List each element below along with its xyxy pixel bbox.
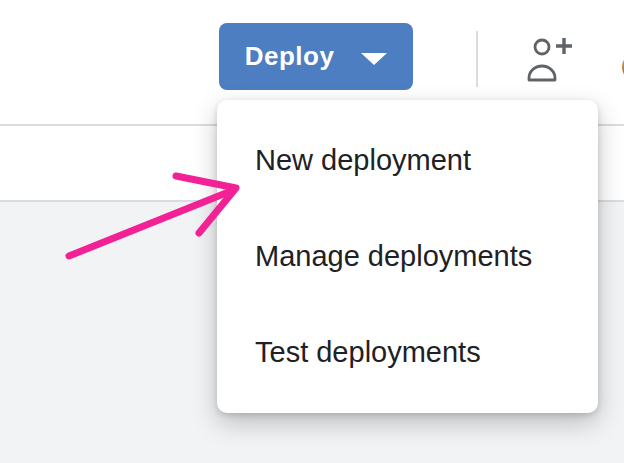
add-user-button[interactable]	[524, 33, 576, 85]
person-add-icon	[527, 36, 573, 82]
menu-item-test-deployments[interactable]: Test deployments	[217, 304, 598, 400]
app-window: Deploy New deployment Manage deployments…	[0, 0, 624, 463]
menu-item-manage-deployments[interactable]: Manage deployments	[217, 208, 598, 304]
menu-item-new-deployment[interactable]: New deployment	[217, 112, 598, 208]
caret-down-icon	[361, 53, 387, 65]
deploy-button-label: Deploy	[245, 41, 335, 72]
deploy-button[interactable]: Deploy	[219, 23, 413, 90]
toolbar-vertical-divider	[476, 31, 478, 87]
deploy-dropdown-menu: New deployment Manage deployments Test d…	[217, 100, 598, 413]
